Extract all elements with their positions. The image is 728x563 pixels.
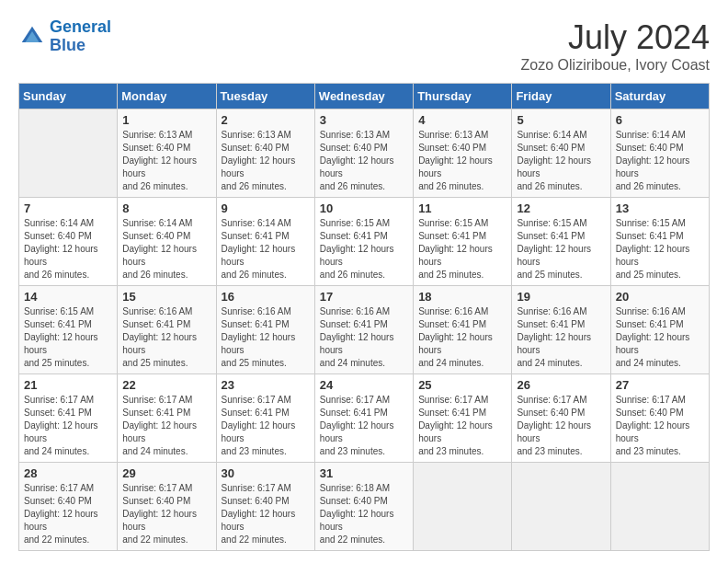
day-number: 3 <box>320 113 408 127</box>
day-number: 10 <box>320 201 408 215</box>
page-header: General Blue July 2024 Zozo Oliziriboue,… <box>18 18 710 74</box>
day-info: Sunrise: 6:14 AMSunset: 6:40 PMDaylight:… <box>24 217 112 282</box>
day-info: Sunrise: 6:16 AMSunset: 6:41 PMDaylight:… <box>222 305 310 370</box>
day-number: 27 <box>616 378 704 392</box>
day-number: 2 <box>222 113 310 127</box>
calendar-header-row: SundayMondayTuesdayWednesdayThursdayFrid… <box>19 84 710 109</box>
calendar-cell: 7Sunrise: 6:14 AMSunset: 6:40 PMDaylight… <box>19 198 118 286</box>
day-info: Sunrise: 6:14 AMSunset: 6:40 PMDaylight:… <box>616 129 704 193</box>
day-info: Sunrise: 6:17 AMSunset: 6:40 PMDaylight:… <box>222 482 310 546</box>
month-year: July 2024 <box>521 18 710 57</box>
calendar-cell: 20Sunrise: 6:16 AMSunset: 6:41 PMDayligh… <box>610 286 709 374</box>
calendar-cell: 21Sunrise: 6:17 AMSunset: 6:41 PMDayligh… <box>19 374 118 463</box>
calendar-cell: 27Sunrise: 6:17 AMSunset: 6:40 PMDayligh… <box>610 374 709 463</box>
day-info: Sunrise: 6:17 AMSunset: 6:41 PMDaylight:… <box>24 394 112 458</box>
day-number: 14 <box>24 290 112 304</box>
day-info: Sunrise: 6:13 AMSunset: 6:40 PMDaylight:… <box>320 129 408 193</box>
calendar-cell: 29Sunrise: 6:17 AMSunset: 6:40 PMDayligh… <box>118 463 216 551</box>
calendar-cell: 28Sunrise: 6:17 AMSunset: 6:40 PMDayligh… <box>19 463 118 551</box>
logo-icon <box>18 23 46 51</box>
calendar-cell <box>512 463 610 551</box>
day-info: Sunrise: 6:13 AMSunset: 6:40 PMDaylight:… <box>418 129 506 193</box>
calendar-week-5: 28Sunrise: 6:17 AMSunset: 6:40 PMDayligh… <box>19 463 710 551</box>
day-number: 22 <box>122 378 210 392</box>
day-info: Sunrise: 6:17 AMSunset: 6:41 PMDaylight:… <box>122 394 210 458</box>
column-header-friday: Friday <box>512 84 610 109</box>
calendar-cell <box>414 463 512 551</box>
calendar-cell: 10Sunrise: 6:15 AMSunset: 6:41 PMDayligh… <box>314 198 413 286</box>
calendar-cell: 3Sunrise: 6:13 AMSunset: 6:40 PMDaylight… <box>314 109 413 198</box>
calendar-cell <box>19 109 118 198</box>
day-info: Sunrise: 6:16 AMSunset: 6:41 PMDaylight:… <box>616 305 704 370</box>
logo-line2: Blue <box>50 36 85 54</box>
day-number: 23 <box>222 378 310 392</box>
calendar-cell: 25Sunrise: 6:17 AMSunset: 6:41 PMDayligh… <box>414 374 512 463</box>
day-number: 25 <box>418 378 506 392</box>
day-number: 11 <box>418 201 506 215</box>
calendar-cell: 18Sunrise: 6:16 AMSunset: 6:41 PMDayligh… <box>414 286 512 374</box>
day-number: 7 <box>24 201 112 215</box>
calendar-cell: 2Sunrise: 6:13 AMSunset: 6:40 PMDaylight… <box>216 109 314 198</box>
day-number: 31 <box>320 466 408 480</box>
calendar-cell: 16Sunrise: 6:16 AMSunset: 6:41 PMDayligh… <box>216 286 314 374</box>
day-info: Sunrise: 6:15 AMSunset: 6:41 PMDaylight:… <box>24 305 112 370</box>
day-number: 13 <box>616 201 704 215</box>
calendar-cell: 15Sunrise: 6:16 AMSunset: 6:41 PMDayligh… <box>118 286 216 374</box>
day-info: Sunrise: 6:13 AMSunset: 6:40 PMDaylight:… <box>222 129 310 193</box>
calendar-cell: 30Sunrise: 6:17 AMSunset: 6:40 PMDayligh… <box>216 463 314 551</box>
day-info: Sunrise: 6:15 AMSunset: 6:41 PMDaylight:… <box>616 217 704 282</box>
day-number: 24 <box>320 378 408 392</box>
title-block: July 2024 Zozo Oliziriboue, Ivory Coast <box>521 18 710 74</box>
day-number: 17 <box>320 290 408 304</box>
day-number: 28 <box>24 466 112 480</box>
calendar-cell: 31Sunrise: 6:18 AMSunset: 6:40 PMDayligh… <box>314 463 413 551</box>
day-number: 1 <box>122 113 210 127</box>
day-number: 15 <box>122 290 210 304</box>
day-info: Sunrise: 6:14 AMSunset: 6:41 PMDaylight:… <box>222 217 310 282</box>
calendar-cell: 6Sunrise: 6:14 AMSunset: 6:40 PMDaylight… <box>610 109 709 198</box>
calendar-week-2: 7Sunrise: 6:14 AMSunset: 6:40 PMDaylight… <box>19 198 710 286</box>
calendar-week-3: 14Sunrise: 6:15 AMSunset: 6:41 PMDayligh… <box>19 286 710 374</box>
day-info: Sunrise: 6:16 AMSunset: 6:41 PMDaylight:… <box>517 305 605 370</box>
day-number: 26 <box>517 378 605 392</box>
day-number: 9 <box>222 201 310 215</box>
calendar-cell: 4Sunrise: 6:13 AMSunset: 6:40 PMDaylight… <box>414 109 512 198</box>
column-header-sunday: Sunday <box>19 84 118 109</box>
day-info: Sunrise: 6:15 AMSunset: 6:41 PMDaylight:… <box>517 217 605 282</box>
day-number: 19 <box>517 290 605 304</box>
column-header-saturday: Saturday <box>610 84 709 109</box>
logo: General Blue <box>18 18 111 55</box>
calendar-cell: 17Sunrise: 6:16 AMSunset: 6:41 PMDayligh… <box>314 286 413 374</box>
day-number: 4 <box>418 113 506 127</box>
day-info: Sunrise: 6:15 AMSunset: 6:41 PMDaylight:… <box>418 217 506 282</box>
calendar-cell: 14Sunrise: 6:15 AMSunset: 6:41 PMDayligh… <box>19 286 118 374</box>
column-header-tuesday: Tuesday <box>216 84 314 109</box>
calendar-cell: 13Sunrise: 6:15 AMSunset: 6:41 PMDayligh… <box>610 198 709 286</box>
day-info: Sunrise: 6:17 AMSunset: 6:41 PMDaylight:… <box>418 394 506 458</box>
day-info: Sunrise: 6:17 AMSunset: 6:40 PMDaylight:… <box>24 482 112 546</box>
day-number: 8 <box>122 201 210 215</box>
calendar-week-4: 21Sunrise: 6:17 AMSunset: 6:41 PMDayligh… <box>19 374 710 463</box>
calendar-week-1: 1Sunrise: 6:13 AMSunset: 6:40 PMDaylight… <box>19 109 710 198</box>
logo-line1: General <box>50 17 111 36</box>
day-number: 12 <box>517 201 605 215</box>
calendar-cell: 8Sunrise: 6:14 AMSunset: 6:40 PMDaylight… <box>118 198 216 286</box>
day-number: 29 <box>122 466 210 480</box>
calendar-table: SundayMondayTuesdayWednesdayThursdayFrid… <box>18 83 710 551</box>
day-info: Sunrise: 6:17 AMSunset: 6:40 PMDaylight:… <box>517 394 605 458</box>
calendar-cell: 24Sunrise: 6:17 AMSunset: 6:41 PMDayligh… <box>314 374 413 463</box>
column-header-thursday: Thursday <box>414 84 512 109</box>
day-number: 5 <box>517 113 605 127</box>
calendar-cell: 19Sunrise: 6:16 AMSunset: 6:41 PMDayligh… <box>512 286 610 374</box>
day-number: 16 <box>222 290 310 304</box>
column-header-wednesday: Wednesday <box>314 84 413 109</box>
column-header-monday: Monday <box>118 84 216 109</box>
day-info: Sunrise: 6:17 AMSunset: 6:41 PMDaylight:… <box>222 394 310 458</box>
day-info: Sunrise: 6:18 AMSunset: 6:40 PMDaylight:… <box>320 482 408 546</box>
logo-text: General Blue <box>50 18 111 55</box>
day-number: 21 <box>24 378 112 392</box>
day-number: 18 <box>418 290 506 304</box>
day-info: Sunrise: 6:17 AMSunset: 6:40 PMDaylight:… <box>616 394 704 458</box>
day-info: Sunrise: 6:14 AMSunset: 6:40 PMDaylight:… <box>517 129 605 193</box>
day-info: Sunrise: 6:14 AMSunset: 6:40 PMDaylight:… <box>122 217 210 282</box>
